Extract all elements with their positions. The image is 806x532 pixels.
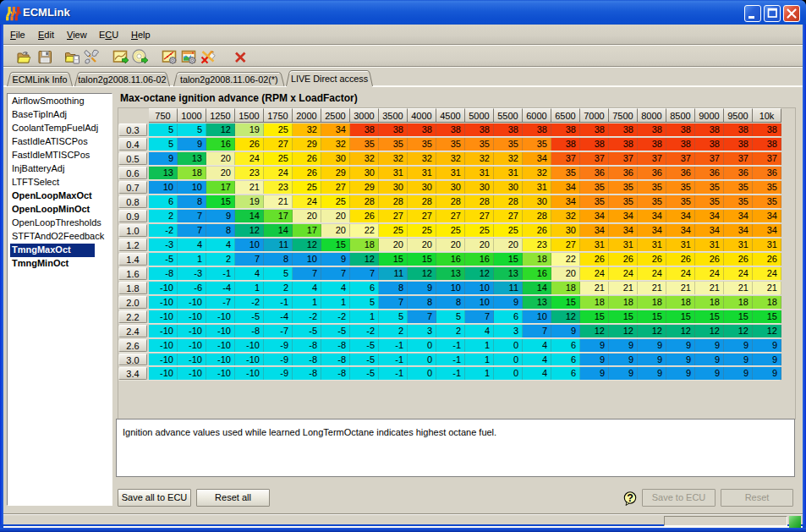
svg-text:talon2g2008.11.06-02: talon2g2008.11.06-02 [78, 74, 166, 85]
svg-text:ECMLink Info: ECMLink Info [12, 74, 67, 85]
svg-text:talon2g2008.11.06-02(*): talon2g2008.11.06-02(*) [179, 74, 277, 85]
svg-text:?: ? [627, 492, 633, 504]
svg-text:LIVE Direct access: LIVE Direct access [291, 74, 369, 84]
